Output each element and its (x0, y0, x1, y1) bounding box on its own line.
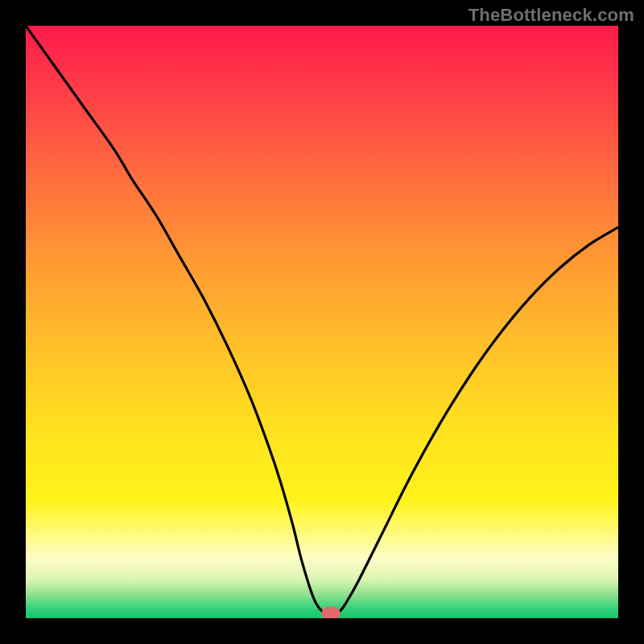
gradient-background (26, 26, 618, 618)
watermark-label: TheBottleneck.com (469, 5, 634, 26)
bottleneck-chart (26, 26, 618, 618)
chart-frame: TheBottleneck.com (0, 0, 644, 644)
plot-area (26, 26, 618, 618)
